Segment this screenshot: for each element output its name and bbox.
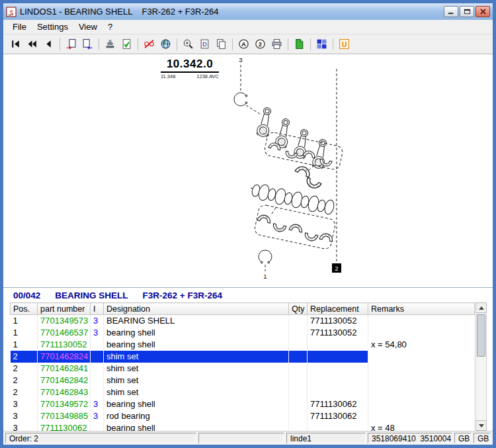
figure-sub-left: 11.348 [161, 73, 175, 79]
green-sheet-button[interactable] [291, 36, 308, 52]
figure-number: 10.342.0 [161, 58, 219, 73]
toolbar: DA2U [3, 34, 493, 54]
zoom-button[interactable] [180, 36, 196, 52]
callout-1[interactable]: 1 [263, 273, 267, 280]
part-row[interactable]: 27701462841shim set [11, 363, 475, 375]
nav-prev-button[interactable] [40, 36, 57, 52]
cell-part: 7701462843 [38, 386, 91, 398]
cell-icol [91, 375, 104, 386]
page-import-button[interactable] [79, 36, 96, 52]
column-header-icol[interactable]: I [91, 303, 104, 315]
status-lang-2: GB [474, 433, 491, 443]
circle-a-button[interactable]: A [235, 36, 252, 52]
page-copy-button[interactable] [213, 36, 229, 52]
window-title: LINDOS1 - BEARING SHELL F3R-262 + F3R-26… [20, 7, 439, 17]
nav-rewind-button[interactable] [24, 36, 40, 52]
column-header-pos[interactable]: Pos. [11, 303, 38, 315]
cell-icol [91, 422, 104, 431]
figure-heading: 10.342.0 11.348 1238.AVC [161, 58, 219, 79]
print-icon [271, 38, 282, 50]
globe-button[interactable] [157, 36, 174, 52]
cell-remarks [368, 315, 475, 327]
part-row[interactable]: 27701462824shim set [11, 351, 475, 363]
arrow-down-icon [479, 424, 484, 427]
stamp-button[interactable] [102, 36, 118, 52]
page-import-icon [82, 38, 93, 50]
scroll-up-button[interactable] [475, 302, 487, 313]
part-row[interactable]: 37711130062bearing shellx = 48 [11, 422, 475, 431]
u-tab-button[interactable]: U [336, 36, 352, 52]
close-icon [479, 8, 487, 15]
cell-pos: 2 [11, 386, 38, 398]
minimize-button[interactable] [444, 6, 458, 17]
toolbar-separator [232, 38, 233, 50]
cell-qty [289, 327, 308, 339]
menu-item-help[interactable]: ? [103, 21, 118, 33]
cell-remarks [368, 410, 475, 422]
figure-subtitle: 11.348 1238.AVC [161, 73, 219, 79]
svg-text:5: 5 [10, 8, 14, 16]
cell-pos: 3 [11, 410, 38, 422]
part-row[interactable]: 27701462843shim set [11, 386, 475, 398]
status-empty [198, 433, 284, 443]
table-header-row: Pos.part numberIDesignationQtyReplacemen… [11, 303, 475, 315]
part-row[interactable]: 177014665373bearing shell7711130052 [11, 327, 475, 339]
part-row[interactable]: 377013495723bearing shell7711130062 [11, 398, 475, 410]
cell-repl: 7711130062 [308, 398, 368, 410]
nav-first-button[interactable] [7, 36, 24, 52]
column-header-desig[interactable]: Designation [104, 303, 289, 315]
green-sheet-icon [294, 38, 305, 50]
menu-item-settings[interactable]: Settings [32, 21, 73, 33]
vertical-scrollbar[interactable] [475, 302, 487, 431]
cell-part: 7701349573 [38, 315, 91, 327]
column-header-part[interactable]: part number [38, 303, 91, 315]
svg-text:U: U [342, 40, 347, 48]
globe-icon [160, 38, 171, 50]
cell-desig: bearing shell [104, 422, 289, 431]
circle-a-icon: A [238, 38, 249, 50]
close-button[interactable] [475, 6, 490, 17]
print-button[interactable] [269, 36, 285, 52]
column-header-qty[interactable]: Qty [289, 303, 308, 315]
cell-pos: 1 [11, 315, 38, 327]
mosaic-icon [316, 38, 327, 50]
cell-desig: bearing shell [104, 327, 289, 339]
mosaic-button[interactable] [313, 36, 330, 52]
cell-part: 7701462842 [38, 375, 91, 386]
cell-remarks [368, 351, 475, 363]
app-window: 5 LINDOS1 - BEARING SHELL F3R-262 + F3R-… [0, 0, 496, 448]
cell-desig: bearing shell [104, 339, 289, 351]
column-header-repl[interactable]: Replacement [308, 303, 368, 315]
cell-remarks [368, 375, 475, 386]
cell-remarks [368, 327, 475, 339]
page-export-button[interactable] [63, 36, 79, 52]
parts-table-wrap: Pos.part numberIDesignationQtyReplacemen… [3, 302, 493, 431]
cell-qty [289, 315, 308, 327]
column-header-remarks[interactable]: Remarks [368, 303, 475, 315]
cell-pos: 2 [11, 351, 38, 363]
part-row[interactable]: 27701462842shim set [11, 375, 475, 386]
cell-remarks [368, 398, 475, 410]
maximize-button[interactable] [460, 6, 474, 17]
cell-part: 7701349572 [38, 398, 91, 410]
cell-desig: bearing shell [104, 398, 289, 410]
cell-pos: 3 [11, 422, 38, 431]
menu-item-file[interactable]: File [7, 21, 32, 33]
page-d-button[interactable]: D [196, 36, 213, 52]
scroll-down-button[interactable] [475, 420, 487, 431]
cell-repl [308, 386, 368, 398]
cell-repl [308, 422, 368, 431]
check-page-button[interactable] [118, 36, 135, 52]
parts-section-header: 00/042BEARING SHELLF3R-262 + F3R-264 [3, 288, 493, 302]
title-bar[interactable]: 5 LINDOS1 - BEARING SHELL F3R-262 + F3R-… [3, 3, 493, 20]
menu-item-view[interactable]: View [73, 21, 103, 33]
scroll-thumb[interactable] [477, 314, 485, 357]
zoom-icon [183, 38, 194, 50]
part-row[interactable]: 17711130052bearing shellx = 54,80 [11, 339, 475, 351]
hide-callouts-button[interactable] [141, 36, 157, 52]
part-row[interactable]: 377013498853rod bearing7711130062 [11, 410, 475, 422]
part-row[interactable]: 177013495733BEARING SHELL7711130052 [11, 315, 475, 327]
cell-pos: 1 [11, 327, 38, 339]
callout-3[interactable]: 3 [239, 56, 242, 64]
circle-2-button[interactable]: 2 [252, 36, 269, 52]
